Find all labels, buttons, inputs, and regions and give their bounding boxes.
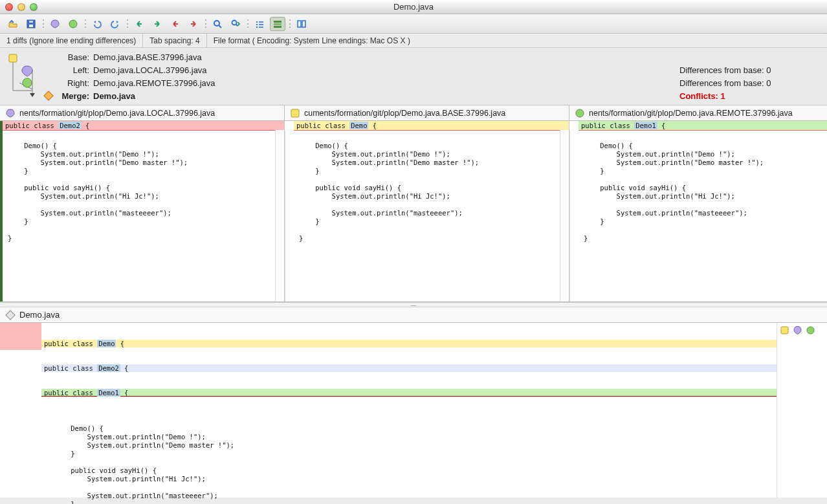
right-code[interactable]: Demo() { System.out.println("Demo !"); S… <box>579 131 827 248</box>
base-pane-title-text: cuments/formation/git/plop/Demo.java.BAS… <box>304 109 505 118</box>
merge-line-right: public class Demo1 { <box>41 389 777 397</box>
right-pane[interactable]: public class Demo1 { Demo() { System.out… <box>569 121 827 301</box>
left-code-header: public class Demo2 { <box>3 121 284 131</box>
merge-code-body[interactable]: Demo() { System.out.println("Demo !"); S… <box>41 413 777 504</box>
next-conflict-button[interactable] <box>149 17 165 31</box>
merge-graph-icon <box>3 50 43 102</box>
svg-point-3 <box>69 20 77 28</box>
base-code[interactable]: Demo() { System.out.println("Demo !"); S… <box>294 131 569 248</box>
status-fileformat[interactable]: File format ( Encoding: System Line endi… <box>207 34 417 47</box>
left-path: Demo.java.LOCAL.37996.java <box>93 65 679 75</box>
square-icon <box>290 108 300 118</box>
left-code[interactable]: Demo() { System.out.println("Demo !"); S… <box>3 131 284 248</box>
merge-pane[interactable]: public class Demo { public class Demo2 {… <box>0 323 827 498</box>
left-diff: Differences from base: 0 <box>679 65 822 75</box>
svg-line-5 <box>219 25 221 28</box>
pane-titles: nents/formation/git/plop/Demo.java.LOCAL… <box>0 105 827 121</box>
merge-label: Merge: <box>54 91 93 101</box>
svg-rect-2 <box>29 21 33 23</box>
svg-rect-18 <box>302 21 305 27</box>
toolbar: ⋮ ⋮ ⋮ ⋮ ⋮ ⋮ <box>0 14 827 34</box>
merge-header: Base: Demo.java.BASE.37996.java Left: De… <box>0 48 827 105</box>
merge-pane-title-text: Demo.java <box>19 310 60 320</box>
diamond-icon <box>5 310 16 320</box>
prev-diff-button[interactable] <box>168 17 183 31</box>
redo-button[interactable] <box>107 17 123 31</box>
svg-rect-29 <box>6 310 15 319</box>
svg-point-31 <box>807 327 814 334</box>
next-diff-button[interactable] <box>186 17 201 31</box>
base-path: Demo.java.BASE.37996.java <box>93 52 679 62</box>
svg-rect-10 <box>256 27 258 28</box>
svg-rect-30 <box>781 327 788 334</box>
select-right-diff-button[interactable] <box>65 17 81 31</box>
window-minimize-button[interactable] <box>17 3 25 11</box>
base-label: Base: <box>54 52 93 62</box>
undo-button[interactable] <box>89 17 105 31</box>
window-titlebar: Demo.java <box>0 0 827 14</box>
left-label: Left: <box>54 65 93 75</box>
horizontal-splitter[interactable]: ⸺ <box>0 302 827 307</box>
svg-rect-17 <box>298 21 301 27</box>
split-view-button[interactable] <box>294 17 309 31</box>
status-diffs[interactable]: 1 diffs (Ignore line ending differences) <box>0 34 143 47</box>
left-pane[interactable]: public class Demo2 { Demo() { System.out… <box>0 121 285 301</box>
right-code-header: public class Demo1 { <box>579 121 827 131</box>
base-pane-title[interactable]: cuments/formation/git/plop/Demo.java.BAS… <box>285 105 569 120</box>
svg-rect-1 <box>29 25 33 27</box>
svg-point-6 <box>232 20 237 25</box>
svg-rect-14 <box>274 21 281 23</box>
merge-content[interactable]: public class Demo { public class Demo2 {… <box>41 323 777 498</box>
right-label: Right: <box>54 78 93 88</box>
open-button[interactable] <box>5 17 21 31</box>
base-pane[interactable]: public class Demo { Demo() { System.out.… <box>285 121 569 301</box>
merge-gutter <box>0 323 41 498</box>
merge-line-left: public class Demo2 { <box>41 364 777 372</box>
show-diff-context-button[interactable] <box>270 17 285 31</box>
status-bar: 1 diffs (Ignore line ending differences)… <box>0 34 827 48</box>
svg-rect-9 <box>256 24 258 25</box>
merge-side-controls <box>777 323 827 498</box>
svg-point-4 <box>214 21 219 26</box>
svg-rect-8 <box>256 21 258 23</box>
merge-path: Demo.java <box>93 91 679 101</box>
circle-icon <box>575 108 585 118</box>
merge-diamond-icon <box>43 91 54 101</box>
svg-point-28 <box>576 109 584 117</box>
take-left-button[interactable] <box>793 325 803 336</box>
right-pane-title-text: nents/formation/git/plop/Demo.java.REMOT… <box>589 109 793 118</box>
window-title: Demo.java <box>0 2 827 12</box>
find-next-button[interactable] <box>228 17 243 31</box>
tri-pane-area: public class Demo2 { Demo() { System.out… <box>0 121 827 302</box>
save-button[interactable] <box>23 17 39 31</box>
svg-point-25 <box>23 78 32 87</box>
left-pane-title[interactable]: nents/formation/git/plop/Demo.java.LOCAL… <box>0 105 285 120</box>
select-left-diff-button[interactable] <box>47 17 63 31</box>
right-pane-title[interactable]: nents/formation/git/plop/Demo.java.REMOT… <box>569 105 827 120</box>
right-diff: Differences from base: 0 <box>679 78 822 88</box>
svg-marker-22 <box>30 93 35 97</box>
merge-line-base: public class Demo { <box>41 340 777 347</box>
svg-rect-16 <box>274 26 281 28</box>
svg-rect-15 <box>274 23 281 25</box>
svg-rect-27 <box>291 109 299 117</box>
find-button[interactable] <box>210 17 225 31</box>
window-zoom-button[interactable] <box>30 3 38 11</box>
right-path: Demo.java.REMOTE.37996.java <box>93 78 679 88</box>
svg-rect-24 <box>9 54 17 62</box>
left-pane-title-text: nents/formation/git/plop/Demo.java.LOCAL… <box>19 109 215 118</box>
take-right-button[interactable] <box>806 325 816 336</box>
merge-pane-title[interactable]: Demo.java <box>0 307 827 323</box>
take-base-button[interactable] <box>780 325 790 336</box>
show-line-numbers-button[interactable] <box>252 17 267 31</box>
merge-conflicts: Conflicts: 1 <box>679 91 822 101</box>
base-code-header: public class Demo { <box>294 121 569 131</box>
shield-icon <box>5 108 16 118</box>
svg-rect-26 <box>44 91 53 100</box>
status-tabspacing[interactable]: Tab spacing: 4 <box>143 34 206 47</box>
prev-conflict-button[interactable] <box>131 17 147 31</box>
window-close-button[interactable] <box>5 3 13 11</box>
